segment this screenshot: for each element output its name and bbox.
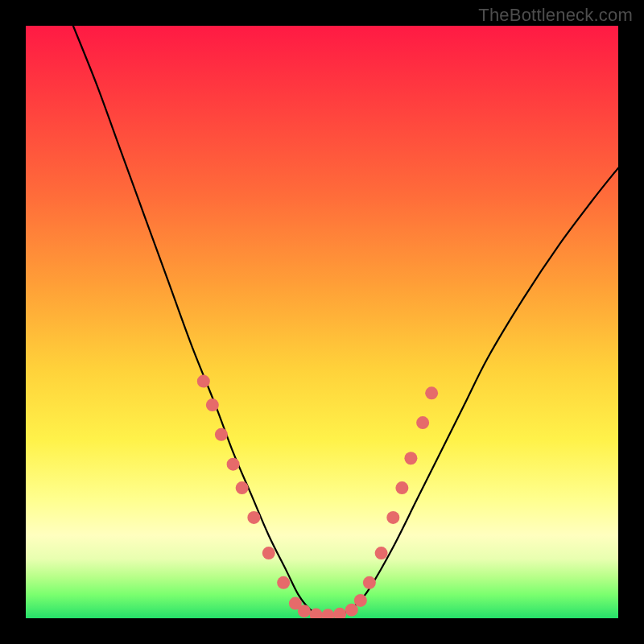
data-marker bbox=[375, 547, 388, 559]
data-marker bbox=[333, 608, 346, 618]
plot-area bbox=[26, 26, 618, 618]
marker-group bbox=[197, 375, 438, 618]
data-marker bbox=[425, 386, 438, 399]
data-marker bbox=[345, 604, 358, 617]
chart-frame: TheBottleneck.com bbox=[0, 0, 644, 644]
bottleneck-curve bbox=[73, 26, 618, 616]
data-marker bbox=[262, 547, 275, 559]
data-marker bbox=[395, 481, 408, 494]
data-marker bbox=[321, 609, 334, 618]
data-marker bbox=[416, 416, 429, 429]
data-marker bbox=[363, 576, 376, 589]
data-marker bbox=[354, 594, 367, 607]
data-marker bbox=[404, 452, 417, 464]
data-marker bbox=[236, 481, 249, 494]
data-marker bbox=[197, 375, 210, 388]
data-marker bbox=[227, 458, 240, 471]
data-marker bbox=[277, 576, 290, 589]
watermark-text: TheBottleneck.com bbox=[478, 5, 633, 26]
data-marker bbox=[206, 398, 219, 411]
data-marker bbox=[247, 511, 260, 524]
data-marker bbox=[298, 605, 311, 617]
chart-svg bbox=[26, 26, 618, 618]
data-marker bbox=[215, 428, 228, 441]
data-marker bbox=[386, 511, 399, 524]
